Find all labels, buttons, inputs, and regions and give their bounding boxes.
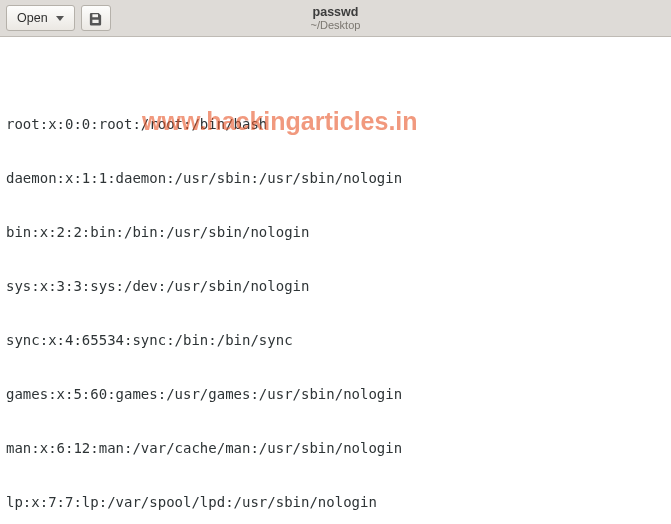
file-line: games:x:5:60:games:/usr/games:/usr/sbin/… <box>6 385 665 403</box>
caret-down-icon <box>56 16 64 21</box>
window-title: passwd <box>313 6 359 20</box>
open-button[interactable]: Open <box>6 5 75 31</box>
titlebar: Open passwd ~/Desktop <box>0 0 671 37</box>
file-line: lp:x:7:7:lp:/var/spool/lpd:/usr/sbin/nol… <box>6 493 665 511</box>
file-line: bin:x:2:2:bin:/bin:/usr/sbin/nologin <box>6 223 665 241</box>
file-line: root:x:0:0:root:/root:/bin/bash <box>6 115 665 133</box>
save-icon <box>88 11 103 26</box>
window-subtitle: ~/Desktop <box>311 19 361 31</box>
file-line: sys:x:3:3:sys:/dev:/usr/sbin/nologin <box>6 277 665 295</box>
open-button-label: Open <box>17 11 48 25</box>
text-editor-content[interactable]: www.hackingarticles.in root:x:0:0:root:/… <box>0 37 671 524</box>
file-line: sync:x:4:65534:sync:/bin:/bin/sync <box>6 331 665 349</box>
file-line: daemon:x:1:1:daemon:/usr/sbin:/usr/sbin/… <box>6 169 665 187</box>
file-line: man:x:6:12:man:/var/cache/man:/usr/sbin/… <box>6 439 665 457</box>
save-button[interactable] <box>81 5 111 31</box>
